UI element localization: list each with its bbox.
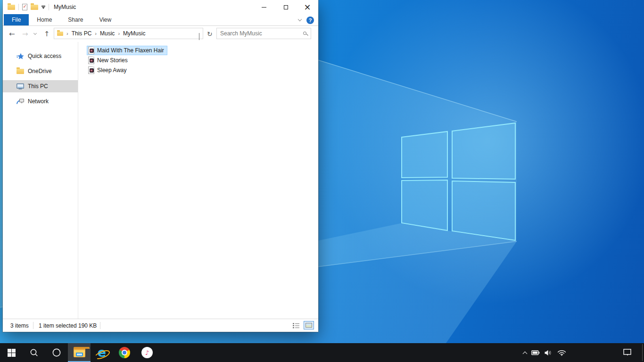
- properties-qat-icon[interactable]: ✓: [22, 4, 27, 10]
- tab-home-label: Home: [37, 16, 52, 23]
- details-view-button[interactable]: [293, 323, 299, 329]
- back-button[interactable]: ←: [9, 26, 15, 41]
- hidden-icons-chevron-icon[interactable]: [523, 351, 528, 356]
- help-button[interactable]: ?: [306, 16, 314, 24]
- windows-logo-icon: [8, 349, 16, 357]
- breadcrumb-music[interactable]: Music: [100, 30, 115, 37]
- title-bar: ✓ MyMusic ×: [3, 0, 318, 14]
- app-folder-icon: [8, 5, 15, 10]
- file-row-selected[interactable]: Maid With The Flaxen Hair: [87, 46, 167, 55]
- search-box[interactable]: [216, 28, 311, 39]
- file-explorer-icon: [74, 348, 85, 357]
- close-icon: ×: [304, 5, 311, 9]
- quick-access-toolbar: ✓ MyMusic: [8, 0, 76, 14]
- minimize-button[interactable]: [253, 0, 275, 14]
- show-desktop-button[interactable]: [642, 344, 643, 361]
- minimize-icon: [262, 7, 266, 8]
- address-folder-icon: [57, 32, 63, 36]
- taskbar-itunes-button[interactable]: ♪: [136, 343, 158, 362]
- status-selection: 1 item selected: [39, 319, 77, 332]
- address-dropdown-chevron-icon[interactable]: [199, 33, 199, 40]
- wifi-icon[interactable]: [557, 349, 566, 356]
- recent-locations-chevron-icon[interactable]: [34, 26, 36, 41]
- onedrive-folder-icon: [16, 67, 24, 75]
- file-name: Maid With The Flaxen Hair: [97, 47, 164, 54]
- forward-button: →: [22, 26, 28, 41]
- explorer-content: Quick access OneDrive This PC: [3, 42, 318, 319]
- taskbar-internet-explorer-button[interactable]: e: [91, 343, 113, 362]
- divider: [33, 322, 33, 329]
- minimize-ribbon-chevron-icon[interactable]: [298, 17, 302, 21]
- sidebar-item-quick-access[interactable]: Quick access: [3, 50, 78, 62]
- desktop: ✓ MyMusic × File Home Share View ?: [0, 0, 644, 362]
- this-pc-monitor-icon: [16, 82, 24, 90]
- file-list: Maid With The Flaxen Hair New Stories Sl…: [78, 42, 167, 319]
- tab-home[interactable]: Home: [29, 14, 60, 25]
- sidebar-item-label: Quick access: [28, 53, 61, 59]
- navigation-pane: Quick access OneDrive This PC: [3, 42, 78, 319]
- tab-share-label: Share: [68, 16, 83, 23]
- window-title: MyMusic: [54, 4, 76, 10]
- taskbar-chrome-button[interactable]: [113, 343, 136, 362]
- taskbar: e ♪: [0, 343, 644, 362]
- file-explorer-window: ✓ MyMusic × File Home Share View ?: [3, 0, 318, 332]
- window-controls: ×: [253, 0, 318, 14]
- search-input[interactable]: [217, 30, 311, 37]
- start-button[interactable]: [0, 343, 23, 362]
- maximize-button[interactable]: [275, 0, 297, 14]
- breadcrumb-separator-icon: ›: [66, 31, 68, 36]
- sidebar-item-label: This PC: [28, 83, 48, 90]
- tab-share[interactable]: Share: [60, 14, 91, 25]
- address-bar-row: ← → ↑ › This PC › Music › MyMusic ↻: [3, 26, 318, 41]
- divider: [100, 322, 100, 329]
- tab-view-label: View: [99, 16, 111, 23]
- file-row[interactable]: Sleep Away: [87, 66, 130, 75]
- close-button[interactable]: ×: [297, 0, 318, 14]
- status-item-count: 3 items: [10, 319, 29, 332]
- search-icon: [303, 32, 306, 35]
- large-icons-view-button[interactable]: [304, 321, 314, 329]
- help-icon: ?: [309, 17, 312, 23]
- file-name: New Stories: [97, 57, 128, 64]
- sidebar-item-label: OneDrive: [28, 68, 52, 74]
- check-icon: ✓: [23, 4, 27, 9]
- file-name: Sleep Away: [97, 67, 127, 74]
- thumbnail-icon: [305, 323, 312, 328]
- breadcrumb-this-pc[interactable]: This PC: [72, 30, 92, 37]
- new-folder-qat-icon[interactable]: [31, 5, 38, 10]
- cortana-circle-icon: [52, 348, 61, 357]
- ribbon-right-controls: ?: [298, 14, 314, 26]
- cortana-button[interactable]: [45, 343, 68, 362]
- music-file-icon: [88, 57, 94, 64]
- volume-icon[interactable]: [545, 350, 553, 356]
- up-button[interactable]: ↑: [44, 26, 50, 41]
- action-center-button[interactable]: [623, 343, 632, 362]
- search-icon: [30, 348, 38, 357]
- tab-view[interactable]: View: [91, 14, 119, 25]
- file-row[interactable]: New Stories: [87, 56, 131, 65]
- status-selection-size: 190 KB: [78, 319, 97, 332]
- sidebar-item-this-pc[interactable]: This PC: [3, 80, 78, 92]
- ribbon-tab-row: File Home Share View ?: [3, 14, 318, 26]
- chrome-icon: [119, 347, 130, 358]
- system-tray: [523, 343, 566, 362]
- refresh-button[interactable]: ↻: [207, 26, 213, 41]
- divider: [49, 4, 49, 10]
- music-note-icon: ♪: [145, 349, 149, 356]
- sidebar-item-network[interactable]: Network: [3, 95, 78, 107]
- sidebar-item-onedrive[interactable]: OneDrive: [3, 65, 78, 77]
- customize-qat-dropdown-icon[interactable]: [41, 6, 45, 8]
- music-file-icon: [88, 66, 94, 74]
- battery-icon[interactable]: [531, 350, 540, 355]
- quick-access-star-icon: [16, 52, 24, 60]
- taskbar-search-button[interactable]: [23, 343, 45, 362]
- taskbar-file-explorer-button[interactable]: [68, 343, 91, 362]
- breadcrumb-mymusic[interactable]: MyMusic: [123, 30, 145, 37]
- maximize-icon: [284, 5, 288, 9]
- tab-file[interactable]: File: [4, 14, 29, 25]
- itunes-icon: ♪: [141, 347, 153, 358]
- breadcrumb-separator-icon: ›: [118, 31, 120, 36]
- breadcrumb-separator-icon: ›: [95, 31, 97, 36]
- divider: [18, 4, 19, 10]
- address-bar[interactable]: › This PC › Music › MyMusic: [54, 28, 203, 39]
